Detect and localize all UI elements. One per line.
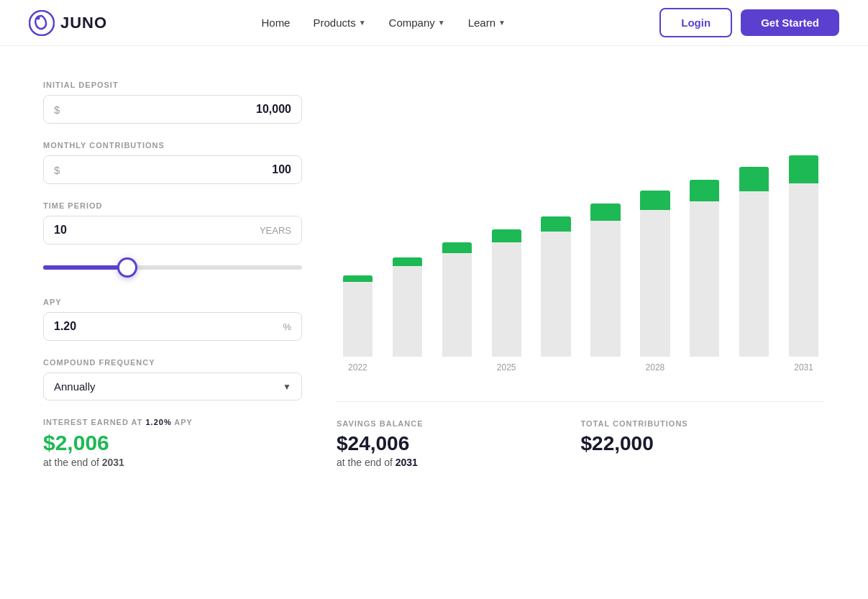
initial-deposit-group: INITIAL DEPOSIT $ [43,81,302,124]
dollar-icon: $ [54,104,60,116]
interest-sub: at the end of 2031 [43,457,302,468]
savings-balance-value: $24,006 [337,432,581,455]
svg-point-0 [29,11,54,35]
compound-frequency-select-wrapper[interactable]: Annually Monthly Daily ▼ [43,372,302,401]
nav-products[interactable]: Products ▼ [313,17,365,29]
nav-home[interactable]: Home [261,17,290,29]
bar-interest-2028 [640,191,670,210]
bar-group-2028: 2028 [634,191,676,372]
years-suffix: YEARS [260,225,291,236]
initial-deposit-input[interactable] [65,103,291,116]
time-period-input[interactable] [54,224,260,237]
bar-interest-2025 [492,229,521,242]
navbar-actions: Login Get Started [659,8,839,37]
bar-group-2030: 2030 [733,167,775,372]
bar-group-2031: 2031 [782,155,825,372]
bar-interest-2024 [442,242,472,253]
time-period-label: TIME PERIOD [43,201,302,210]
bar-label-2025: 2025 [497,362,516,372]
monthly-contributions-group: MONTHLY CONTRIBUTIONS $ [43,141,302,184]
monthly-contributions-label: MONTHLY CONTRIBUTIONS [43,141,302,150]
interest-apy: 1.20% [145,418,171,426]
bar-principal-2030 [739,191,769,357]
bar-interest-2026 [541,216,570,232]
savings-balance-sub: at the end of 2031 [337,457,581,468]
bar-label-2028: 2028 [646,362,665,372]
bar-principal-2025 [492,242,521,357]
login-button[interactable]: Login [659,8,732,37]
dollar-icon-2: $ [54,164,60,176]
svg-point-1 [37,16,40,19]
apy-input[interactable] [54,320,283,333]
interest-apy-suffix: APY [174,418,193,426]
bar-interest-2022 [343,275,373,282]
apy-label: APY [43,298,302,306]
savings-balance-label: SAVINGS BALANCE [337,419,581,428]
bar-group-2022: 2022 [337,275,379,372]
bar-principal-2031 [789,183,818,357]
percent-suffix: % [283,321,291,332]
monthly-contributions-input-wrapper: $ [43,155,302,184]
chevron-down-icon: ▼ [359,19,366,27]
bar-principal-2029 [690,201,719,357]
bar-chart: 2022202320242025202620272028202920302031 [337,95,825,395]
compound-frequency-group: COMPOUND FREQUENCY Annually Monthly Dail… [43,358,302,401]
bar-group-2023: 2023 [386,257,429,372]
time-period-group: TIME PERIOD YEARS [43,201,302,280]
total-contributions-label: TOTAL CONTRIBUTIONS [581,419,826,428]
interest-value: $2,006 [43,431,302,455]
time-period-input-wrapper: YEARS [43,216,302,244]
left-panel: INITIAL DEPOSIT $ MONTHLY CONTRIBUTIONS … [43,81,302,468]
total-contributions-value: $22,000 [581,432,826,455]
bar-group-2026: 2026 [535,216,577,372]
bar-label-2031: 2031 [794,362,813,372]
bar-interest-2023 [393,257,422,266]
initial-deposit-label: INITIAL DEPOSIT [43,81,302,89]
bar-group-2029: 2029 [683,180,726,372]
bar-principal-2022 [343,282,373,357]
total-contributions-stat: TOTAL CONTRIBUTIONS $22,000 [581,419,826,468]
compound-frequency-select[interactable]: Annually Monthly Daily [54,380,283,393]
chevron-down-icon: ▼ [438,19,445,27]
bottom-stats: SAVINGS BALANCE $24,006 at the end of 20… [337,401,825,468]
bar-principal-2024 [442,253,472,357]
bar-principal-2027 [590,221,620,357]
right-panel: 2022202320242025202620272028202920302031… [337,81,825,468]
bar-principal-2023 [393,266,422,357]
bar-interest-2029 [690,180,719,201]
initial-deposit-input-wrapper: $ [43,95,302,124]
navbar: JUNO Home Products ▼ Company ▼ Learn ▼ L… [0,0,868,46]
bar-principal-2028 [640,210,670,357]
logo-text: JUNO [60,14,107,32]
nav-company[interactable]: Company ▼ [389,17,445,29]
logo[interactable]: JUNO [29,10,107,36]
bar-principal-2026 [541,232,570,357]
chevron-down-icon: ▼ [498,19,506,27]
bar-group-2024: 2024 [436,242,478,372]
get-started-button[interactable]: Get Started [741,9,839,36]
compound-frequency-label: COMPOUND FREQUENCY [43,358,302,367]
chevron-down-icon: ▼ [283,382,291,392]
bar-group-2025: 2025 [485,229,528,372]
bar-interest-2031 [789,155,818,183]
interest-label: INTEREST EARNED AT [43,418,142,426]
savings-balance-stat: SAVINGS BALANCE $24,006 at the end of 20… [337,419,581,468]
interest-result: INTEREST EARNED AT 1.20% APY $2,006 at t… [43,418,302,468]
apy-group: APY % [43,298,302,341]
bar-interest-2027 [590,204,620,221]
monthly-contributions-input[interactable] [65,163,291,176]
bar-group-2027: 2027 [585,204,627,372]
bar-label-2022: 2022 [348,362,367,372]
time-period-slider[interactable] [43,265,302,270]
apy-input-wrapper: % [43,312,302,341]
main-content: INITIAL DEPOSIT $ MONTHLY CONTRIBUTIONS … [0,46,868,503]
bar-interest-2030 [739,167,769,191]
nav-learn[interactable]: Learn ▼ [468,17,506,29]
navbar-links: Home Products ▼ Company ▼ Learn ▼ [261,17,506,29]
